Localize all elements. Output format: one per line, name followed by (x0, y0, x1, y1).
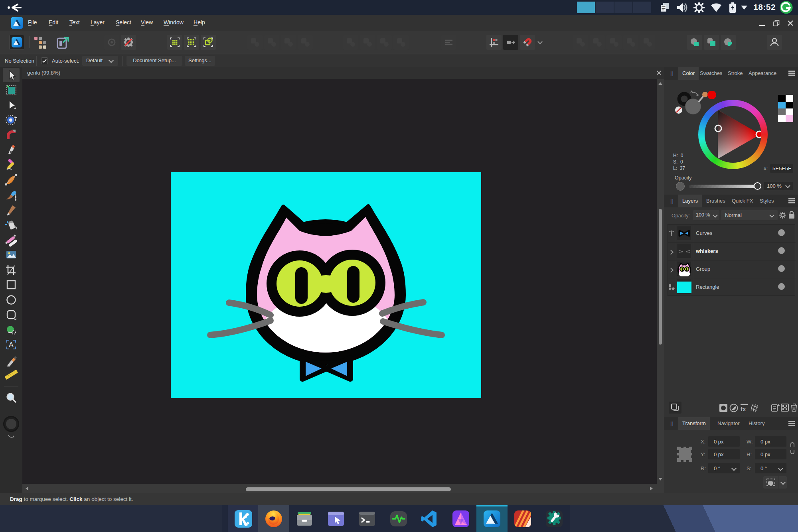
svg-text:fx: fx (741, 406, 746, 412)
svg-text:A: A (9, 341, 14, 349)
